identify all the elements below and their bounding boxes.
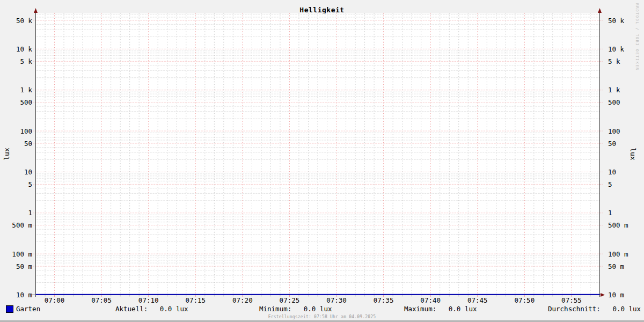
x-axis-tick-label: 07:25 [270, 297, 308, 304]
x-axis-tick-label: 07:15 [177, 297, 214, 304]
x-axis-tick-label: 07:30 [318, 297, 355, 304]
y-axis-tick-label-right: 5 [608, 181, 644, 188]
x-axis-tick-label: 07:45 [459, 297, 496, 304]
y-axis-tick-label-right: 1 [608, 209, 644, 216]
y-axis-tick-label-left: 100 m [0, 251, 32, 258]
y-axis-tick-label-right: 1 k [608, 86, 644, 93]
x-axis-tick-label: 07:05 [83, 297, 120, 304]
y-axis-tick-label-left: 500 [0, 99, 32, 106]
x-axis-tick-label: 07:10 [130, 297, 167, 304]
x-axis-tick-label: 07:40 [412, 297, 449, 304]
x-axis-tick-label: 07:55 [553, 297, 590, 304]
x-axis-tick-label: 07:35 [365, 297, 402, 304]
y-axis-unit-left: lux [3, 146, 11, 162]
y-axis-tick-label-right: 100 [608, 128, 644, 135]
y-axis-tick-label-right: 10 [608, 169, 644, 175]
creation-timestamp: Erstellungszeit: 07:58 Uhr am 04.09.2025 [0, 314, 644, 319]
y-axis-tick-label-left: 10 m [0, 291, 32, 298]
stat-minimum: Minimum: 0.0 lux [259, 305, 332, 313]
stat-durchschnitt: Durchschnitt: 0.0 lux [548, 305, 641, 313]
y-axis-unit-right: lux [629, 146, 636, 162]
y-axis-tick-label-left: 1 k [0, 86, 32, 93]
x-axis-tick-label: 07:20 [224, 297, 261, 304]
y-axis-tick-label-left: 500 m [0, 222, 32, 229]
y-axis-tick-label-right: 100 m [608, 251, 644, 258]
y-axis-tick-label-left: 100 [0, 128, 32, 135]
stat-maximum: Maximum: 0.0 lux [404, 305, 477, 313]
y-axis-tick-label-left: 10 [0, 169, 32, 175]
y-axis-tick-label-left: 50 k [0, 17, 32, 24]
rrdtool-watermark: RRDTOOL / TOBI OETIKER [635, 3, 639, 71]
y-axis-tick-label-left: 5 k [0, 58, 32, 65]
y-axis-tick-label-right: 50 m [608, 263, 644, 270]
y-axis-tick-label-right: 500 m [608, 222, 644, 229]
y-axis-tick-label-left: 10 k [0, 46, 32, 53]
y-axis-tick-label-right: 50 [608, 140, 644, 147]
y-axis-tick-label-left: 5 [0, 181, 32, 188]
series-label: Garten [16, 305, 40, 313]
rrdtool-graph: Helligkeit 50 k50 k10 k10 k5 k5 k1 k1 k5… [0, 0, 644, 322]
y-axis-tick-label-left: 50 m [0, 263, 32, 270]
x-axis-tick-label: 07:00 [36, 297, 74, 304]
y-axis-tick-label-right: 10 m [608, 291, 644, 298]
stat-aktuell: Aktuell: 0.0 lux [115, 305, 188, 313]
window-bottom-edge [0, 320, 644, 322]
y-axis-tick-label-left: 1 [0, 209, 32, 216]
series-swatch-garten [6, 305, 13, 313]
x-axis-tick-label: 07:50 [506, 297, 543, 304]
chart-plot-area [0, 0, 644, 322]
y-axis-tick-label-right: 500 [608, 99, 644, 106]
